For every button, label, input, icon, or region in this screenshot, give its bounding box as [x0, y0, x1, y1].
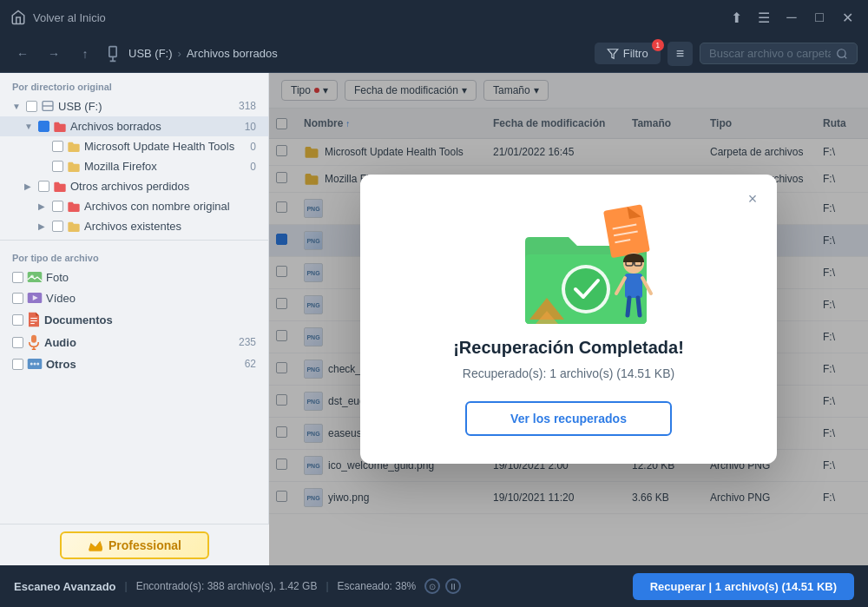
checkbox-archivos-borrados[interactable] — [38, 121, 49, 132]
pause-icon[interactable]: ⏸ — [445, 578, 461, 594]
share-icon[interactable]: ⬆ — [726, 7, 746, 28]
sidebar-section-dir: Por directorio original — [0, 73, 268, 96]
sidebar-bottom: Professional — [0, 524, 269, 565]
svg-line-33 — [628, 298, 629, 315]
sidebar-documentos-label: Documentos — [44, 313, 113, 327]
sidebar-ms-label: Microsoft Update Health Tools — [84, 140, 234, 153]
minimize-icon[interactable]: ─ — [781, 7, 802, 28]
checkbox-otros[interactable] — [12, 359, 23, 370]
checkbox-audio[interactable] — [12, 337, 23, 348]
chevron-down-icon-ab: ▼ — [24, 122, 35, 131]
svg-marker-37 — [89, 541, 102, 550]
close-icon[interactable]: ✕ — [837, 7, 858, 28]
found-info: Encontrado(s): 388 archivo(s), 1.42 GB — [136, 580, 318, 592]
hamburger-icon[interactable]: ☰ — [753, 7, 774, 28]
maximize-icon[interactable]: □ — [809, 7, 830, 28]
status-bar: Escaneo Avanzado | Encontrado(s): 388 ar… — [0, 565, 868, 607]
professional-label: Professional — [108, 538, 181, 552]
video-icon — [27, 291, 43, 305]
sidebar-nombre-orig-label: Archivos con nombre original — [84, 200, 230, 213]
sidebar-mozilla-label: Mozilla Firefox — [84, 160, 157, 173]
audio-icon — [27, 334, 41, 350]
sidebar-archivos-count: 10 — [245, 121, 256, 133]
folder-red-icon-no — [67, 201, 81, 213]
search-icon[interactable] — [836, 48, 848, 60]
stop-icon[interactable]: ⊙ — [424, 578, 440, 594]
sidebar-otros-label: Otros — [46, 358, 76, 371]
title-bar: Volver al Inicio ⬆ ☰ ─ □ ✕ — [0, 0, 868, 35]
checkbox-existentes[interactable] — [52, 221, 63, 232]
sidebar-item-audio[interactable]: Audio 235 — [0, 331, 268, 353]
sidebar-item-video[interactable]: Vídeo — [0, 287, 268, 308]
crown-icon — [88, 539, 103, 551]
up-button[interactable]: ↑ — [73, 42, 97, 66]
search-input[interactable] — [709, 47, 831, 60]
menu-button[interactable]: ≡ — [667, 42, 693, 66]
sidebar-item-ms-health[interactable]: ▶ Microsoft Update Health Tools 0 — [0, 136, 268, 156]
filter-label: Filtro — [623, 47, 648, 60]
sidebar-divider — [0, 240, 268, 241]
title-bar-controls: ⬆ ☰ ─ □ ✕ — [726, 7, 858, 28]
modal-view-button[interactable]: Ver los recuperados — [465, 401, 672, 436]
sidebar-item-archivos-borrados[interactable]: ▼ Archivos borrados 10 — [0, 116, 268, 136]
status-sep-1: | — [125, 580, 128, 592]
sidebar-item-otros-perdidos[interactable]: ▶ Otros archivos perdidos — [0, 176, 268, 196]
modal-illustration — [499, 202, 638, 324]
sidebar-video-label: Vídeo — [46, 292, 76, 305]
chevron-right-icon-no: ▶ — [38, 201, 49, 211]
filter-badge: 1 — [652, 39, 664, 51]
checkbox-mozilla[interactable] — [52, 161, 63, 172]
sidebar-usb-label: USB (F:) — [58, 100, 102, 113]
svg-rect-0 — [109, 46, 116, 56]
nav-bar: ← → ↑ USB (F:) › Archivos borrados Filtr… — [0, 35, 868, 73]
svg-point-21 — [565, 268, 607, 310]
sidebar-item-usb[interactable]: ▼ USB (F:) 318 — [0, 96, 268, 116]
svg-point-18 — [34, 363, 36, 366]
back-button[interactable]: ← — [10, 42, 35, 66]
status-sep-2: | — [326, 580, 328, 592]
sidebar: Por directorio original ▼ USB (F:) 318 ▼… — [0, 73, 269, 565]
sidebar-item-existentes[interactable]: ▶ Archivos existentes — [0, 216, 268, 236]
sidebar-otros-perdidos-label: Otros archivos perdidos — [70, 180, 189, 193]
professional-button[interactable]: Professional — [60, 531, 209, 559]
sidebar-item-foto[interactable]: Foto — [0, 267, 268, 287]
photo-icon — [27, 270, 43, 284]
chevron-right-icon-ae: ▶ — [38, 221, 49, 231]
svg-point-2 — [838, 49, 845, 56]
checkbox-video[interactable] — [12, 293, 23, 304]
svg-rect-38 — [89, 550, 102, 551]
sidebar-item-nombre-orig[interactable]: ▶ Archivos con nombre original — [0, 196, 268, 216]
filter-icon — [607, 48, 619, 60]
home-icon — [10, 10, 26, 25]
checkbox-foto[interactable] — [12, 272, 23, 283]
svg-point-19 — [36, 363, 39, 366]
checkbox-ms-health[interactable] — [52, 141, 63, 152]
recovery-illustration — [499, 202, 673, 341]
checkbox-usb[interactable] — [26, 101, 37, 112]
doc-icon — [27, 312, 41, 327]
sidebar-section-type: Por tipo de archivo — [0, 244, 268, 267]
folder-red-icon — [53, 121, 67, 133]
forward-button[interactable]: → — [42, 42, 66, 66]
filter-button[interactable]: Filtro 1 — [595, 43, 661, 64]
title-bar-left: Volver al Inicio — [10, 10, 106, 25]
sidebar-item-otros[interactable]: Otros 62 — [0, 353, 268, 374]
svg-line-3 — [845, 56, 847, 58]
folder-icon-moz — [67, 161, 81, 173]
folder-red-icon-op — [53, 181, 67, 193]
recover-button[interactable]: Recuperar | 1 archivo(s) (14.51 KB) — [633, 573, 854, 600]
progress-controls: ⊙ ⏸ — [424, 578, 461, 594]
sidebar-item-mozilla[interactable]: ▶ Mozilla Firefox 0 — [0, 156, 268, 176]
breadcrumb-folder[interactable]: Archivos borrados — [187, 47, 278, 60]
modal-close-button[interactable]: × — [740, 187, 765, 211]
chevron-right-icon-op: ▶ — [24, 181, 35, 191]
nav-right: Filtro 1 ≡ — [595, 42, 858, 66]
breadcrumb-usb[interactable]: USB (F:) — [128, 47, 173, 60]
search-box — [700, 43, 858, 64]
drive-icon — [41, 99, 55, 113]
breadcrumb-sep: › — [178, 47, 181, 60]
checkbox-nombre-orig[interactable] — [52, 201, 63, 212]
checkbox-otros-perdidos[interactable] — [38, 181, 49, 192]
sidebar-item-documentos[interactable]: Documentos — [0, 308, 268, 331]
checkbox-documentos[interactable] — [12, 314, 23, 326]
